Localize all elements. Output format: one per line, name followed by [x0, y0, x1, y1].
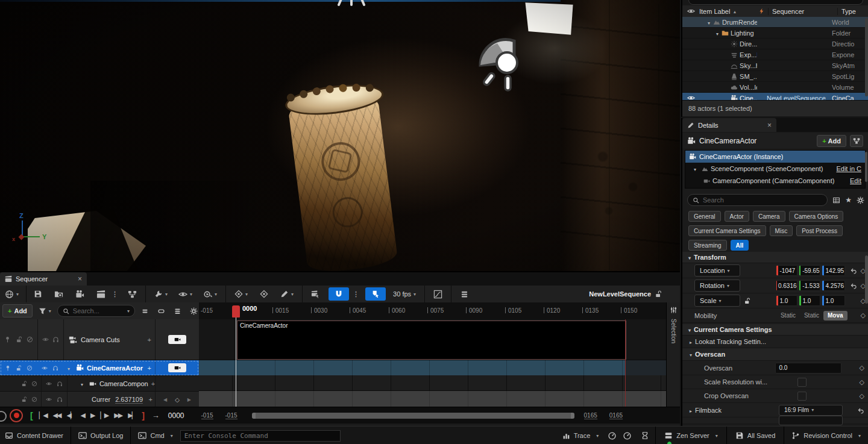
- sequencer-column-bolt-icon[interactable]: [758, 8, 768, 14]
- mute-track-icon[interactable]: [31, 381, 37, 387]
- chip-current-camera-settings[interactable]: Current Camera Settings: [688, 225, 766, 236]
- working-range-end-field[interactable]: 0165: [584, 412, 597, 419]
- sequence-hierarchy-button[interactable]: [125, 287, 139, 301]
- outliner-scrollbar[interactable]: [865, 18, 868, 96]
- outliner-row-spotlight[interactable]: SM_...ere SpotLig: [682, 71, 868, 82]
- scale-dropdown[interactable]: Scale: [694, 295, 740, 307]
- add-track-button[interactable]: +Add: [2, 304, 33, 317]
- view-range-start-field[interactable]: -015: [201, 412, 213, 419]
- solo-headphones-icon[interactable]: [57, 396, 63, 402]
- filmback-dropdown[interactable]: 16:9 Film: [779, 405, 843, 416]
- rotation-x-field[interactable]: 0.6316: [776, 280, 797, 291]
- display-filter-grid-icon[interactable]: [832, 196, 840, 204]
- overscan-keyframe-icon[interactable]: [860, 364, 864, 372]
- track-eye-icon[interactable]: [42, 365, 48, 371]
- jump-to-end-button[interactable]: [128, 411, 136, 419]
- scale-y-field[interactable]: 1.0: [799, 295, 820, 306]
- insights-gauge-button[interactable]: [605, 431, 620, 440]
- output-log-button[interactable]: Output Log: [71, 431, 130, 440]
- location-y-field[interactable]: -59.65: [799, 265, 820, 276]
- track-eye-icon[interactable]: [46, 381, 52, 387]
- chip-actor[interactable]: Actor: [725, 211, 749, 222]
- outliner-row-fog[interactable]: Exp...Fog Expone: [682, 49, 868, 60]
- track-settings-gear-button[interactable]: [187, 304, 200, 317]
- chip-post-process[interactable]: Post Process: [796, 225, 843, 236]
- chip-streaming[interactable]: Streaming: [688, 240, 727, 251]
- sequencer-right-sidebar[interactable]: Selection: [666, 302, 680, 407]
- step-backward-button[interactable]: [67, 411, 75, 419]
- next-keyframe-button[interactable]: [114, 411, 122, 419]
- mobility-static-1[interactable]: Static: [776, 311, 800, 320]
- prev-key-icon[interactable]: ◀: [163, 397, 167, 402]
- content-drawer-button[interactable]: Content Drawer: [0, 431, 71, 440]
- scale-z-field[interactable]: 1.0: [822, 295, 845, 306]
- chip-all[interactable]: All: [731, 240, 749, 251]
- current-property-value[interactable]: 2.637109: [115, 396, 143, 404]
- details-search-input[interactable]: Search: [687, 194, 828, 206]
- current-track-band[interactable]: [199, 391, 666, 407]
- auto-key-button[interactable]: [257, 287, 271, 301]
- outliner-row-directional-light[interactable]: Dire...ight Directio: [682, 39, 868, 49]
- save-sequence-button[interactable]: [31, 287, 45, 301]
- record-button[interactable]: [10, 409, 23, 422]
- snapping-options-menu[interactable]: [350, 287, 362, 301]
- selection-tab-label[interactable]: Selection: [670, 319, 677, 343]
- chip-camera[interactable]: Camera: [753, 211, 785, 222]
- camera-cut-section[interactable]: CineCameraActor: [237, 320, 626, 360]
- lookat-tracking-row[interactable]: Lookat Tracking Settin...: [682, 336, 868, 348]
- reset-location-undo-icon[interactable]: [850, 267, 857, 274]
- rotation-dropdown[interactable]: Rotation: [694, 280, 740, 292]
- browse-sequence-button[interactable]: [52, 287, 66, 301]
- outliner-col-type[interactable]: Type: [837, 8, 868, 15]
- working-range-start-field[interactable]: -015: [225, 412, 237, 419]
- playhead-marker[interactable]: [232, 305, 240, 317]
- curve-editor-button[interactable]: [431, 287, 445, 301]
- location-dropdown[interactable]: Location: [694, 264, 740, 277]
- view-range-end-field[interactable]: 0165: [609, 412, 623, 419]
- track-height-button[interactable]: [171, 304, 184, 317]
- expand-tracks-button[interactable]: [139, 304, 151, 317]
- component-row-camera[interactable]: CameraComponent (CameraComponent) Edit: [685, 175, 865, 187]
- track-cameracomponent[interactable]: CameraCompon +: [0, 376, 199, 392]
- keyframe-options-menu[interactable]: [232, 287, 250, 301]
- trace-dropdown[interactable]: Trace: [556, 432, 605, 440]
- jump-to-front-button[interactable]: [39, 411, 47, 419]
- outliner-row-volumetric-cloud[interactable]: Vol...loud Volume: [682, 82, 868, 93]
- overscan-input[interactable]: 0.0: [775, 363, 841, 374]
- viewport[interactable]: Z Y x: [0, 0, 680, 271]
- pin-track-icon[interactable]: [4, 336, 11, 343]
- actions-wrench-menu[interactable]: [152, 287, 170, 301]
- snapshot-gauge-button[interactable]: [620, 431, 635, 440]
- track-current-property[interactable]: Currer 2.637109 + ◀ ▶: [0, 392, 199, 408]
- outliner-col-sequencer[interactable]: Sequencer: [768, 8, 837, 15]
- pending-tasks-button[interactable]: [635, 431, 655, 440]
- outliner-row-sky-atmosphere[interactable]: Sky...here SkyAtm: [682, 60, 868, 71]
- zen-server-dropdown[interactable]: Zen Server: [656, 431, 726, 440]
- component-row-instance[interactable]: CineCameraActor (Instance): [685, 151, 865, 163]
- allow-edits-button[interactable]: [309, 287, 322, 301]
- lock-track-icon[interactable]: [21, 396, 27, 402]
- track-eye-icon[interactable]: [46, 396, 52, 402]
- loop-mode-icon[interactable]: [0, 411, 7, 422]
- step-forward-button[interactable]: [100, 411, 108, 419]
- scale-resolution-keyframe-icon[interactable]: [860, 378, 864, 386]
- location-x-field[interactable]: -1047: [776, 265, 797, 276]
- cinecamera-track-band[interactable]: [199, 360, 625, 376]
- add-keyframe-icon[interactable]: [175, 396, 180, 403]
- solo-headphones-icon[interactable]: [57, 381, 63, 387]
- add-component-button[interactable]: +Add: [817, 135, 846, 147]
- outliner-search-input[interactable]: [688, 0, 863, 5]
- playback-options-menu[interactable]: [201, 287, 219, 301]
- breadcrumb-clapper-button[interactable]: [458, 287, 471, 301]
- component-row-scene[interactable]: SceneComponent (SceneComponent) Edit in …: [685, 163, 865, 175]
- mobility-keyframe-icon[interactable]: [861, 311, 866, 319]
- mobility-static-2[interactable]: Static: [800, 311, 823, 320]
- section-transform[interactable]: Transform: [682, 252, 868, 263]
- mobility-movable[interactable]: Mova: [823, 311, 848, 320]
- sliders-icon[interactable]: [670, 306, 678, 314]
- visibility-column-eye-icon[interactable]: [682, 7, 699, 15]
- play-reverse-button[interactable]: [80, 411, 84, 419]
- mute-track-icon[interactable]: [27, 336, 33, 343]
- next-key-icon[interactable]: ▶: [187, 397, 191, 402]
- timeline-ruler[interactable]: -015 0015 0030 0045 0060 0075 0090 0105 …: [199, 302, 666, 320]
